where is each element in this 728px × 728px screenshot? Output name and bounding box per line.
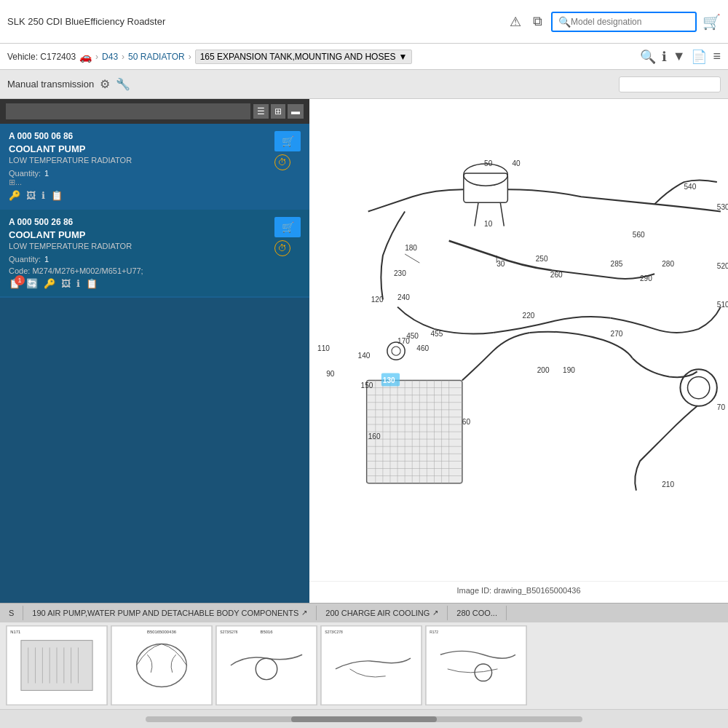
svg-text:140: 140 xyxy=(358,352,371,360)
part-item[interactable]: A 000 500 06 86 COOLANT PUMP LOW TEMPERA… xyxy=(0,124,309,210)
d43-label[interactable]: D43 xyxy=(102,52,118,62)
add-to-cart-button[interactable]: 🛒 xyxy=(274,131,301,151)
scrollbar-thumb[interactable] xyxy=(291,716,437,722)
quantity-row: Quantity: 1 xyxy=(9,169,132,178)
parts-search-input[interactable] xyxy=(6,103,250,119)
key-icon[interactable]: 🔑 xyxy=(44,278,55,289)
svg-text:280: 280 xyxy=(662,260,674,268)
parts-panel: ☰ ⊞ ▬ A 000 500 06 86 COOLANT PUMP LOW T… xyxy=(0,99,309,603)
svg-text:130: 130 xyxy=(383,376,395,384)
diagram-panel: 130 50 40 10 530 180 30 540 120 230 240 … xyxy=(309,99,728,603)
history-button[interactable]: ⏱ xyxy=(274,240,290,256)
list-icon[interactable]: ≡ xyxy=(713,49,721,65)
svg-text:60: 60 xyxy=(462,418,471,426)
search-icon: 🔍 xyxy=(558,16,571,28)
sep3: › xyxy=(189,52,191,62)
radiator-label[interactable]: 50 RADIATOR xyxy=(128,52,185,62)
part-info: A 000 500 26 86 COOLANT PUMP LOW TEMPERA… xyxy=(9,217,132,264)
wrench-icon[interactable]: 🔧 xyxy=(116,77,130,91)
doc-icon[interactable]: 📄 xyxy=(691,49,707,65)
svg-text:B50165000436: B50165000436 xyxy=(147,630,177,634)
quantity-label: Quantity: xyxy=(9,255,41,264)
swap-icon[interactable]: 🔄 xyxy=(26,278,38,289)
bottom-tab-s[interactable]: S xyxy=(0,606,23,620)
svg-text:S273/C278: S273/C278 xyxy=(325,630,343,634)
part-item[interactable]: A 000 500 26 86 COOLANT PUMP LOW TEMPERA… xyxy=(0,210,309,298)
header: SLK 250 CDI BlueEfficiency Roadster ⚠ ⧉ … xyxy=(0,0,728,44)
svg-text:50: 50 xyxy=(484,159,493,167)
svg-text:240: 240 xyxy=(397,293,410,301)
scrollbar-track xyxy=(146,716,582,722)
part-header: A 000 500 26 86 COOLANT PUMP LOW TEMPERA… xyxy=(9,217,301,264)
bottom-tab-280[interactable]: 280 COO... xyxy=(448,606,507,620)
svg-text:S273/S276: S273/S276 xyxy=(220,630,237,634)
svg-text:B5016: B5016 xyxy=(261,630,274,634)
toolbar-search-input[interactable] xyxy=(619,76,721,92)
part-number: A 000 500 06 86 xyxy=(9,131,132,141)
svg-text:30: 30 xyxy=(496,260,505,268)
copy-icon[interactable]: ⧉ xyxy=(530,11,545,32)
svg-text:10: 10 xyxy=(484,220,493,228)
key-icon[interactable]: 🔑 xyxy=(9,190,20,201)
part-number: A 000 500 26 86 xyxy=(9,217,132,227)
thumb-svg-3: S273/S276 B5016 xyxy=(216,626,317,705)
parts-search-bar: ☰ ⊞ ▬ xyxy=(0,99,309,124)
grid-text: ⊞... xyxy=(9,178,301,187)
vehicle-label: Vehicle: C172403 xyxy=(7,52,76,62)
thumbnail-1[interactable]: N171 xyxy=(6,625,108,705)
grid-view-icon[interactable]: ⊞ xyxy=(271,104,285,119)
quantity-value: 1 xyxy=(44,255,49,264)
info-part-icon[interactable]: ℹ xyxy=(76,278,80,289)
thumbnail-2[interactable]: B50165000436 xyxy=(111,625,213,705)
zoom-icon[interactable]: 🔍 xyxy=(640,49,656,65)
thumb-svg-1: N171 xyxy=(7,626,107,705)
svg-text:510: 510 xyxy=(717,301,728,309)
bottom-tab-190[interactable]: 190 AIR PUMP,WATER PUMP AND DETACHABLE B… xyxy=(23,606,317,620)
svg-text:230: 230 xyxy=(394,269,406,277)
diagram-area[interactable]: 130 50 40 10 530 180 30 540 120 230 240 … xyxy=(309,99,728,581)
image-id-label: Image ID: drawing_B50165000436 xyxy=(309,581,728,599)
tab-280-label: 280 COO... xyxy=(456,609,497,617)
info-icon[interactable]: ℹ xyxy=(662,49,667,65)
search-input[interactable] xyxy=(571,17,680,27)
svg-rect-30 xyxy=(367,380,462,483)
list-view-icon[interactable]: ☰ xyxy=(253,104,269,119)
svg-rect-93 xyxy=(426,626,526,705)
image-icon[interactable]: 🖼 xyxy=(61,278,71,289)
svg-text:120: 120 xyxy=(371,296,384,304)
doc-part-icon[interactable]: 📋 xyxy=(86,278,98,289)
breadcrumb-actions: 🔍 ℹ ▼ 📄 ≡ xyxy=(640,49,721,65)
quantity-value: 1 xyxy=(44,169,49,178)
settings-icon[interactable]: ⚙ xyxy=(100,77,110,91)
tab-190-icon: ↗ xyxy=(301,609,307,617)
svg-text:180: 180 xyxy=(405,244,417,252)
info-part-icon[interactable]: ℹ xyxy=(41,190,45,201)
thumbnail-3[interactable]: S273/S276 B5016 xyxy=(215,625,317,705)
tab-190-label: 190 AIR PUMP,WATER PUMP AND DETACHABLE B… xyxy=(32,609,298,617)
doc-part-icon[interactable]: 📋 xyxy=(51,190,63,201)
cart-icon[interactable]: 🛒 xyxy=(703,13,721,31)
diagram-svg: 130 50 40 10 530 180 30 540 120 230 240 … xyxy=(309,99,728,581)
filter-icon[interactable]: ▼ xyxy=(673,49,686,65)
card-view-icon[interactable]: ▬ xyxy=(288,104,304,119)
search-container: 🔍 xyxy=(551,12,697,32)
quantity-row: Quantity: 1 xyxy=(9,255,132,264)
flag-icon[interactable]: 📋1 xyxy=(9,278,20,289)
svg-text:40: 40 xyxy=(512,159,521,167)
part-icons-row: 🔑 🖼 ℹ 📋 xyxy=(9,190,301,201)
thumbnail-4[interactable]: S273/C278 xyxy=(320,625,422,705)
add-to-cart-button[interactable]: 🛒 xyxy=(274,217,301,237)
thumbnail-5[interactable]: R172 xyxy=(425,625,527,705)
action-buttons: 🛒 ⏱ xyxy=(274,217,301,256)
alert-icon[interactable]: ⚠ xyxy=(507,11,524,33)
app-title: SLK 250 CDI BlueEfficiency Roadster xyxy=(7,16,165,27)
main-content: ☰ ⊞ ▬ A 000 500 06 86 COOLANT PUMP LOW T… xyxy=(0,99,728,603)
svg-text:450: 450 xyxy=(406,332,419,340)
tab-200-icon: ↗ xyxy=(432,609,438,617)
image-icon[interactable]: 🖼 xyxy=(26,190,36,201)
toolbar: Manual transmission ⚙ 🔧 xyxy=(0,70,728,99)
svg-text:560: 560 xyxy=(633,231,645,239)
expansion-dropdown[interactable]: 165 EXPANSION TANK,MOUNTING AND HOSES ▼ xyxy=(195,50,413,64)
history-button[interactable]: ⏱ xyxy=(274,154,290,170)
bottom-tab-200[interactable]: 200 CHARGE AIR COOLING ↗ xyxy=(317,606,448,620)
